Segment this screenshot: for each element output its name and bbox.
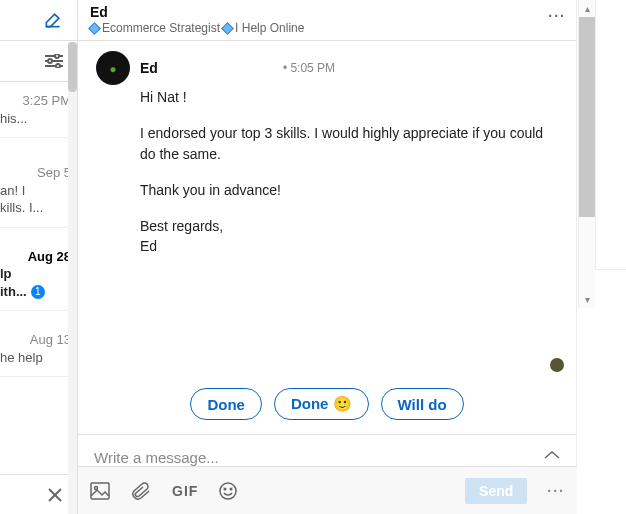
expand-icon[interactable]: [542, 449, 562, 461]
conversation-date: Aug 13: [0, 331, 71, 349]
quick-reply-row: Done Done 🙂 Will do: [78, 388, 576, 420]
compose-placeholder: Write a message...: [94, 449, 219, 466]
conversation-item-active[interactable]: Aug 28 lp ith... 1: [0, 228, 77, 312]
scrollbar-thumb[interactable]: [579, 17, 595, 217]
filter-icon: [45, 54, 63, 68]
compose-icon[interactable]: [43, 10, 63, 30]
message-text: Hi Nat ! I endorsed your top 3 skills. I…: [140, 87, 558, 257]
message-sender: Ed: [140, 60, 158, 76]
premium-icon: [221, 22, 234, 35]
sidebar-scrollbar[interactable]: [68, 42, 77, 514]
toolbar-more-icon[interactable]: ···: [547, 483, 565, 499]
message-header: Ed • 5:05 PM: [96, 51, 558, 85]
conversation-date: 3:25 PM: [0, 92, 71, 110]
message-time: • 5:05 PM: [283, 61, 335, 75]
message-line: Ed: [140, 236, 558, 256]
scrollbar-thumb[interactable]: [68, 42, 77, 92]
conversation-date: Sep 5: [0, 164, 71, 182]
scrollbar-track[interactable]: [579, 17, 595, 291]
quick-reply-button[interactable]: Will do: [381, 388, 464, 420]
svg-rect-8: [91, 483, 109, 499]
header-subtitle: Ecommerce Strategist I Help Online: [90, 21, 564, 35]
scroll-up-icon[interactable]: ▴: [579, 0, 595, 17]
avatar[interactable]: [96, 51, 130, 85]
conversation-preview: he help: [0, 349, 71, 367]
svg-point-12: [231, 488, 233, 490]
conversation-preview: ith...: [0, 283, 27, 301]
sidebar-filter[interactable]: [0, 41, 77, 82]
unread-badge: 1: [31, 285, 45, 299]
header-name: Ed: [90, 4, 564, 20]
svg-point-4: [48, 59, 52, 63]
conversation-pane: Ed Ecommerce Strategist I Help Online ··…: [78, 0, 577, 514]
svg-point-3: [55, 54, 59, 58]
conversation-preview: an! I: [0, 182, 71, 200]
scroll-down-icon[interactable]: ▾: [579, 291, 595, 308]
svg-point-10: [220, 483, 236, 499]
quick-reply-button[interactable]: Done 🙂: [274, 388, 369, 420]
conversation-item[interactable]: Sep 5 an! I kills. I...: [0, 138, 77, 228]
conversation-preview-row: ith... 1: [0, 283, 71, 301]
header-sub1: Ecommerce Strategist: [102, 21, 220, 35]
outer-scrollbar[interactable]: ▴ ▾: [578, 0, 595, 308]
message-line: Thank you in advance!: [140, 180, 558, 200]
premium-icon: [88, 22, 101, 35]
message-line: Best regards,: [140, 216, 558, 236]
conversation-header: Ed Ecommerce Strategist I Help Online ··…: [78, 0, 576, 41]
message-line: I endorsed your top 3 skills. I would hi…: [140, 123, 558, 164]
message-line: Hi Nat !: [140, 87, 558, 107]
read-receipt-avatar: [550, 358, 564, 372]
header-more-icon[interactable]: ···: [548, 8, 566, 24]
close-icon: [47, 487, 63, 503]
emoji-icon[interactable]: [218, 481, 238, 501]
svg-point-5: [56, 64, 60, 68]
sidebar-close[interactable]: [0, 474, 77, 514]
conversation-preview: his...: [0, 110, 71, 128]
conversation-preview: kills. I...: [0, 199, 71, 217]
right-gutter: [595, 0, 626, 270]
conversation-item[interactable]: 3:25 PM his...: [0, 82, 77, 138]
quick-reply-button[interactable]: Done: [190, 388, 262, 420]
compose-toolbar: GIF Send ···: [78, 466, 577, 514]
conversation-item[interactable]: Aug 13 he help: [0, 311, 77, 377]
message-body: Ed • 5:05 PM Hi Nat ! I endorsed your to…: [78, 41, 576, 434]
conversation-sidebar: 3:25 PM his... Sep 5 an! I kills. I... A…: [0, 0, 78, 514]
svg-point-11: [225, 488, 227, 490]
attachment-icon[interactable]: [130, 482, 152, 500]
gif-icon[interactable]: GIF: [172, 483, 198, 499]
image-icon[interactable]: [90, 482, 110, 500]
conversation-date: Aug 28: [0, 248, 71, 266]
send-button[interactable]: Send: [465, 478, 527, 504]
conversation-preview: lp: [0, 265, 71, 283]
header-sub2: I Help Online: [235, 21, 304, 35]
sidebar-top: [0, 0, 77, 41]
